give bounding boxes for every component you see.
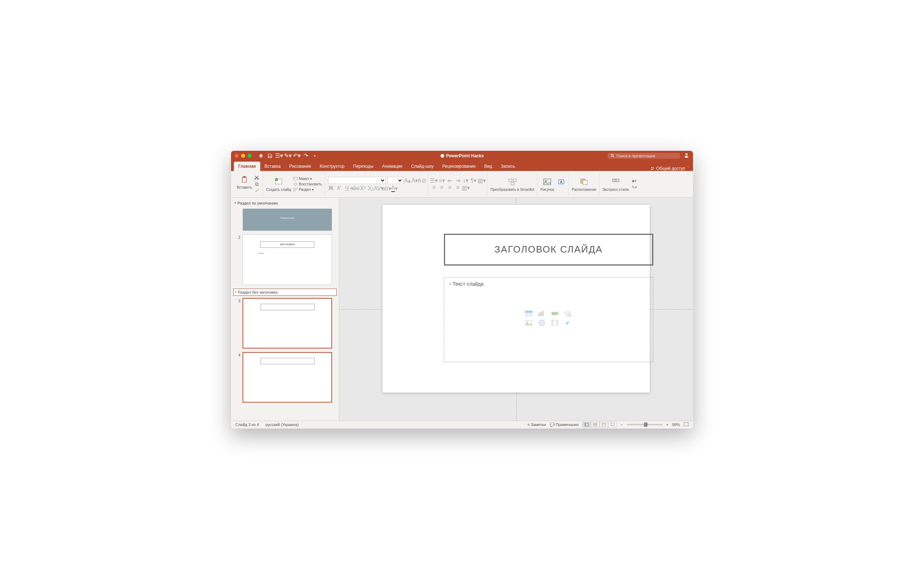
- zoom-in-button[interactable]: +: [666, 422, 668, 427]
- bold-button[interactable]: Ж: [328, 185, 334, 191]
- tab-insert[interactable]: Вставка: [260, 162, 285, 171]
- minimize-button[interactable]: [241, 154, 245, 158]
- slide-canvas[interactable]: ЗАГОЛОВОК СЛАЙДА Текст слайда: [383, 205, 650, 393]
- italic-button[interactable]: К: [336, 185, 342, 191]
- tab-slideshow[interactable]: Слайд-шоу: [407, 162, 438, 171]
- notes-button[interactable]: ≡ Заметки: [528, 422, 546, 427]
- columns-button[interactable]: ▥▾: [463, 185, 469, 190]
- touch-mode-icon[interactable]: ✎▾: [285, 153, 290, 159]
- superscript-button[interactable]: X²: [360, 185, 365, 191]
- tab-design[interactable]: Конструктор: [315, 162, 349, 171]
- decrease-indent-button[interactable]: ⇤: [447, 177, 453, 183]
- zoom-level[interactable]: 99%: [672, 422, 680, 427]
- tab-transitions[interactable]: Переходы: [349, 162, 378, 171]
- share-button[interactable]: Общий доступ: [650, 166, 685, 171]
- reading-view-button[interactable]: [600, 422, 608, 427]
- insert-3d-icon[interactable]: [563, 310, 573, 317]
- bullets-button[interactable]: ☰▾: [431, 177, 437, 183]
- paste-button[interactable]: Вставить: [237, 175, 252, 193]
- collapse-ribbon-icon[interactable]: ˆ: [688, 166, 689, 170]
- zoom-handle[interactable]: [644, 422, 647, 427]
- close-button[interactable]: [234, 154, 239, 158]
- language-indicator[interactable]: русский (Украина): [265, 422, 299, 427]
- section-default[interactable]: ▾ Раздел по умолчанию: [233, 200, 337, 206]
- zoom-slider[interactable]: [627, 424, 663, 425]
- font-color-button[interactable]: A▾: [392, 185, 397, 191]
- strikethrough-button[interactable]: abc: [352, 185, 358, 191]
- quick-styles-button[interactable]: Экспресс-стили: [603, 177, 629, 191]
- sorter-view-button[interactable]: [591, 422, 600, 427]
- slide-thumb-4[interactable]: [242, 352, 332, 402]
- tab-animation[interactable]: Анимация: [378, 162, 407, 171]
- font-family-select[interactable]: [328, 177, 386, 184]
- insert-table-icon[interactable]: [524, 310, 534, 317]
- thumbnails-pane[interactable]: ▾ Раздел по умолчанию Подзаголовок 2 ЗАГ…: [231, 198, 339, 420]
- slide-thumb-1[interactable]: Подзаголовок: [242, 209, 332, 231]
- layout-button[interactable]: Макет ▾: [293, 177, 322, 181]
- align-right-button[interactable]: ≡: [447, 185, 453, 190]
- undo-icon[interactable]: ↶▾: [294, 153, 300, 159]
- save-icon[interactable]: [267, 153, 272, 159]
- copy-button[interactable]: [253, 181, 260, 187]
- search-box[interactable]: [608, 153, 680, 159]
- slide-body-placeholder[interactable]: Текст слайда: [444, 277, 653, 362]
- search-input[interactable]: [616, 154, 677, 158]
- reset-button[interactable]: Восстановить: [293, 182, 322, 186]
- convert-smartart-button[interactable]: Преобразовать в SmartArt: [490, 177, 534, 191]
- tab-view[interactable]: Вид: [480, 162, 496, 171]
- section-untitled[interactable]: ▾ Раздел без заголовка: [233, 289, 337, 296]
- slideshow-view-button[interactable]: [608, 422, 617, 427]
- new-slide-button[interactable]: + Создать слайд: [266, 177, 291, 191]
- underline-button[interactable]: Ч: [344, 185, 350, 191]
- font-size-select[interactable]: [387, 177, 403, 184]
- decrease-font-icon[interactable]: A▾: [412, 177, 418, 183]
- tab-home[interactable]: Главная: [234, 162, 260, 171]
- picture-button[interactable]: Рисунок: [540, 177, 554, 191]
- insert-smartart-icon[interactable]: [550, 310, 560, 317]
- tab-review[interactable]: Рецензирование: [438, 162, 480, 171]
- bullets-dropdown-icon[interactable]: ☰▾: [276, 153, 282, 159]
- arrange-button[interactable]: Расположение: [572, 177, 596, 191]
- subscript-button[interactable]: X₂: [368, 185, 374, 191]
- line-spacing-button[interactable]: ↕▾: [463, 177, 469, 183]
- slide-counter[interactable]: Слайд 3 из 4: [235, 422, 259, 427]
- qat-customize-icon[interactable]: ▾: [312, 153, 318, 159]
- increase-font-icon[interactable]: A▴: [405, 177, 410, 183]
- increase-indent-button[interactable]: ⇥: [455, 177, 460, 183]
- clear-format-icon[interactable]: A⊘: [419, 177, 425, 183]
- shape-outline-button[interactable]: ✎▾: [631, 184, 637, 190]
- justify-button[interactable]: ≡: [455, 185, 460, 190]
- cut-button[interactable]: [253, 175, 260, 180]
- align-text-button[interactable]: ▤▾: [478, 177, 484, 183]
- slide-thumb-2[interactable]: ЗАГОЛОВОК ▪ Текст: [242, 234, 332, 285]
- section-button[interactable]: Раздел ▾: [293, 188, 322, 191]
- insert-video-icon[interactable]: [550, 319, 560, 327]
- textbox-button[interactable]: A: [557, 177, 565, 191]
- tab-record[interactable]: Запись: [496, 162, 519, 171]
- zoom-out-button[interactable]: −: [621, 422, 623, 427]
- align-left-button[interactable]: ≡: [431, 185, 437, 190]
- slide-title-placeholder[interactable]: ЗАГОЛОВОК СЛАЙДА: [444, 234, 653, 265]
- insert-icon-icon[interactable]: [563, 319, 573, 327]
- insert-chart-icon[interactable]: [537, 310, 547, 317]
- align-center-button[interactable]: ≡: [439, 185, 445, 190]
- shape-fill-button[interactable]: ◆▾: [631, 178, 637, 184]
- insert-picture-icon[interactable]: [524, 319, 534, 327]
- fit-window-button[interactable]: [684, 422, 689, 427]
- comments-button[interactable]: 💬 Примечания: [550, 422, 579, 427]
- numbering-button[interactable]: ≡▾: [439, 177, 445, 183]
- tab-draw[interactable]: Рисование: [285, 162, 315, 171]
- char-spacing-button[interactable]: AV▾: [376, 185, 382, 191]
- slide-thumb-3[interactable]: [242, 298, 332, 348]
- text-direction-button[interactable]: ¶▾: [471, 177, 477, 183]
- highlight-button[interactable]: ab▾: [384, 185, 390, 191]
- slide-editor[interactable]: ЗАГОЛОВОК СЛАЙДА Текст слайда: [339, 198, 693, 420]
- format-painter-button[interactable]: [253, 188, 260, 193]
- maximize-button[interactable]: [247, 154, 252, 158]
- arrange-icon: [580, 177, 588, 187]
- account-icon[interactable]: [684, 152, 690, 159]
- insert-online-picture-icon[interactable]: [537, 319, 547, 327]
- redo-icon[interactable]: ↷: [303, 153, 309, 159]
- normal-view-button[interactable]: [582, 422, 591, 427]
- home-icon[interactable]: [258, 153, 264, 159]
